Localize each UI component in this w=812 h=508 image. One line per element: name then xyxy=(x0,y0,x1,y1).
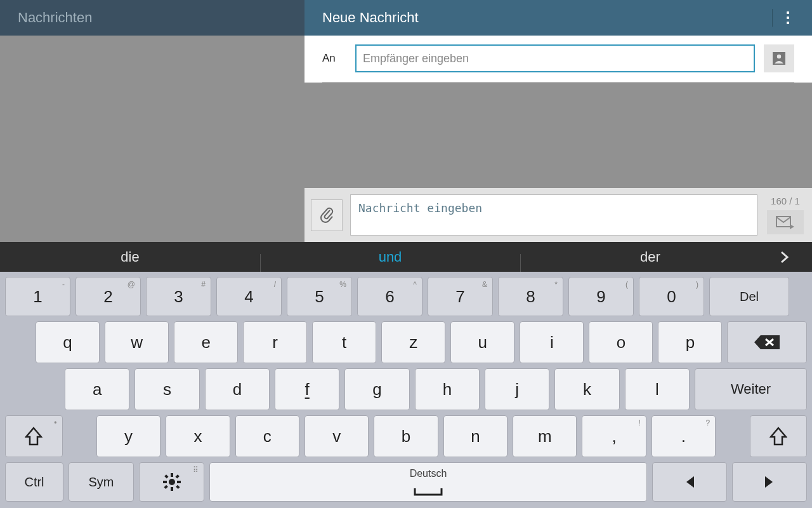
key-x[interactable]: x xyxy=(166,415,230,457)
key-shift-right[interactable] xyxy=(750,415,808,457)
key-enter[interactable]: Weiter xyxy=(695,368,807,410)
backspace-icon xyxy=(753,334,781,351)
svg-rect-10 xyxy=(175,474,179,478)
key-e[interactable]: e xyxy=(174,321,238,363)
key-sym[interactable]: Sym xyxy=(69,462,134,502)
triangle-left-icon xyxy=(684,475,695,489)
key-n[interactable]: n xyxy=(443,415,508,457)
conversation-list-header: Nachrichten xyxy=(0,0,304,36)
key-m[interactable]: m xyxy=(513,415,577,457)
suggestion-bar: die und der xyxy=(0,242,812,272)
key-comma[interactable]: ,! xyxy=(582,415,646,457)
key-7[interactable]: 7& xyxy=(428,277,493,316)
key-backspace[interactable] xyxy=(727,321,807,363)
send-icon xyxy=(776,215,795,229)
svg-rect-6 xyxy=(163,481,167,483)
key-d[interactable]: d xyxy=(205,368,270,410)
svg-rect-7 xyxy=(177,481,181,483)
keyboard-row-1: 1- 2@ 3# 4/ 5% 6^ 7& 8* 9( 0) Del xyxy=(5,277,807,316)
character-counter: 160 / 1 xyxy=(771,196,800,206)
send-column: 160 / 1 xyxy=(765,196,806,234)
suggestion-3[interactable]: der xyxy=(520,249,780,265)
recipient-label: An xyxy=(322,52,346,65)
pick-contact-button[interactable] xyxy=(764,44,794,72)
key-0[interactable]: 0) xyxy=(639,277,704,316)
key-g[interactable]: g xyxy=(344,368,409,410)
triangle-right-icon xyxy=(764,475,775,489)
key-a[interactable]: a xyxy=(65,368,129,410)
shift-icon xyxy=(769,427,787,446)
svg-rect-8 xyxy=(164,474,168,478)
svg-point-3 xyxy=(169,479,175,485)
divider xyxy=(322,82,794,83)
svg-rect-9 xyxy=(176,485,180,489)
message-input[interactable] xyxy=(350,194,757,236)
key-y[interactable]: y xyxy=(96,415,160,457)
header-divider xyxy=(772,9,773,27)
key-del[interactable]: Del xyxy=(709,277,789,316)
key-l[interactable]: l xyxy=(625,368,690,410)
key-i[interactable]: i xyxy=(520,321,584,363)
svg-rect-11 xyxy=(164,485,167,489)
key-q[interactable]: q xyxy=(36,321,100,363)
key-space[interactable]: Deutsch xyxy=(209,462,647,502)
key-period[interactable]: .? xyxy=(652,415,716,457)
key-v[interactable]: v xyxy=(304,415,369,457)
suggestion-1[interactable]: die xyxy=(0,249,260,265)
key-1[interactable]: 1- xyxy=(5,277,70,316)
spacebar-icon xyxy=(414,487,443,496)
key-9[interactable]: 9( xyxy=(568,277,634,316)
attach-button[interactable] xyxy=(311,199,343,231)
key-o[interactable]: o xyxy=(589,321,653,363)
key-arrow-right[interactable] xyxy=(732,462,807,502)
key-arrow-left[interactable] xyxy=(652,462,727,502)
key-ctrl[interactable]: Ctrl xyxy=(5,462,63,502)
key-h[interactable]: h xyxy=(415,368,480,410)
keyboard-row-2: q w e r t z u i o p xyxy=(5,321,807,363)
compose-bar: 160 / 1 xyxy=(304,188,812,242)
compose-title: Neue Nachricht xyxy=(322,10,419,26)
svg-rect-4 xyxy=(171,473,173,477)
app-title: Nachrichten xyxy=(18,10,92,26)
key-s[interactable]: s xyxy=(134,368,199,410)
svg-rect-5 xyxy=(171,487,173,491)
key-8[interactable]: 8* xyxy=(498,277,563,316)
suggestion-expand-button[interactable] xyxy=(780,251,812,264)
recipient-row: An xyxy=(304,36,812,83)
key-k[interactable]: k xyxy=(554,368,619,410)
contact-icon xyxy=(771,51,787,66)
key-r[interactable]: r xyxy=(243,321,307,363)
key-2[interactable]: 2@ xyxy=(75,277,141,316)
gear-icon xyxy=(162,472,181,491)
keyboard-row-3: a s d f g h j k l Weiter xyxy=(5,368,807,410)
send-button[interactable] xyxy=(767,210,804,234)
key-b[interactable]: b xyxy=(374,415,438,457)
shift-icon xyxy=(25,427,43,446)
key-f[interactable]: f xyxy=(275,368,339,410)
chevron-right-icon xyxy=(780,251,789,264)
recipient-input[interactable] xyxy=(355,44,755,72)
keyboard-row-4: • y x c v b n m ,! .? xyxy=(5,415,807,457)
compose-header: Neue Nachricht xyxy=(304,0,812,36)
svg-point-1 xyxy=(777,55,781,58)
key-t[interactable]: t xyxy=(312,321,376,363)
key-6[interactable]: 6^ xyxy=(357,277,422,316)
key-j[interactable]: j xyxy=(485,368,549,410)
keyboard: 1- 2@ 3# 4/ 5% 6^ 7& 8* 9( 0) Del q w e … xyxy=(0,272,812,508)
key-w[interactable]: w xyxy=(105,321,169,363)
key-p[interactable]: p xyxy=(658,321,722,363)
key-5[interactable]: 5% xyxy=(287,277,352,316)
suggestion-2[interactable]: und xyxy=(260,249,520,265)
overflow-menu-button[interactable] xyxy=(775,0,801,36)
key-settings[interactable]: ⠿ xyxy=(139,462,204,502)
key-3[interactable]: 3# xyxy=(146,277,211,316)
key-4[interactable]: 4/ xyxy=(216,277,282,316)
paperclip-icon xyxy=(319,206,334,224)
key-z[interactable]: z xyxy=(381,321,445,363)
key-u[interactable]: u xyxy=(450,321,514,363)
keyboard-row-5: Ctrl Sym ⠿ Deutsch xyxy=(5,462,807,502)
key-c[interactable]: c xyxy=(235,415,299,457)
key-shift-left[interactable]: • xyxy=(5,415,63,457)
